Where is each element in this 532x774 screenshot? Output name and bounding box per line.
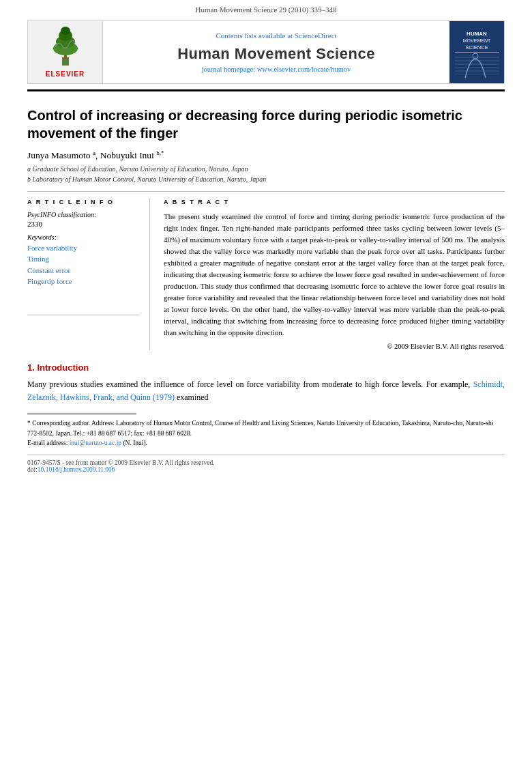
footnote-email-suffix: (N. Inui). <box>123 440 147 446</box>
doi-label: doi: <box>27 466 38 473</box>
doi-link[interactable]: 10.1016/j.humov.2009.11.006 <box>38 466 115 473</box>
article-content: Control of increasing or decreasing forc… <box>0 91 532 473</box>
svg-text:SCIENCE: SCIENCE <box>465 44 488 51</box>
section-divider-top <box>27 191 505 192</box>
article-info-header: A R T I C L E I N F O <box>27 199 140 205</box>
affiliation-a: a Graduate School of Education, Naruto U… <box>27 164 505 174</box>
keywords-label: Keywords: <box>27 233 140 241</box>
author-masumoto: Junya Masumoto a, <box>27 150 100 160</box>
intro-paragraph: Many previous studies examined the influ… <box>27 378 505 404</box>
journal-title: Human Movement Science <box>177 45 375 63</box>
article-title: Control of increasing or decreasing forc… <box>27 106 505 142</box>
hms-logo-box: HUMAN MOVEMENT SCIENCE <box>449 21 504 83</box>
affiliation-b: b Laboratory of Human Motor Control, Nar… <box>27 174 505 184</box>
journal-citation-bar: Human Movement Science 29 (2010) 339–348 <box>0 0 532 16</box>
keyword-3[interactable]: Constant error <box>27 265 140 276</box>
page-container: Human Movement Science 29 (2010) 339–348… <box>0 0 532 473</box>
authors-line: Junya Masumoto a, Nobuyuki Inui b,* <box>27 149 505 161</box>
sciencedirect-line: Contents lists available at ScienceDirec… <box>216 31 336 40</box>
psycinfo-label: PsycINFO classification: <box>27 211 140 218</box>
bottom-bar: 0167-9457/$ - see front matter © 2009 El… <box>27 455 505 473</box>
issn-text: 0167-9457/$ - see front matter © 2009 El… <box>27 459 215 466</box>
abstract-header: A B S T R A C T <box>164 199 505 205</box>
header-center: Contents lists available at ScienceDirec… <box>103 21 449 83</box>
abstract-text: The present study examined the control o… <box>164 211 505 339</box>
two-col-section: A R T I C L E I N F O PsycINFO classific… <box>27 199 505 351</box>
hms-logo-icon: HUMAN MOVEMENT SCIENCE <box>452 23 503 81</box>
keyword-2[interactable]: Timing <box>27 253 140 265</box>
elsevier-logo-box: ELSEVIER <box>28 21 103 83</box>
keyword-4[interactable]: Fingertip force <box>27 276 140 287</box>
footnote-email-address[interactable]: inui@naruto-u.ac.jp <box>70 440 121 446</box>
svg-point-5 <box>61 27 70 35</box>
footnote: * Corresponding author. Address: Laborat… <box>27 418 505 448</box>
footnote-email-label: E-mail address: <box>27 440 68 446</box>
author-inui: Nobuyuki Inui b,* <box>100 150 164 160</box>
svg-text:MOVEMENT: MOVEMENT <box>462 38 490 43</box>
journal-citation-text: Human Movement Science 29 (2010) 339–348 <box>196 5 337 14</box>
psycinfo-value: 2330 <box>27 220 140 228</box>
abstract-column: A B S T R A C T The present study examin… <box>164 199 505 351</box>
journal-header: ELSEVIER Contents lists available at Sci… <box>27 20 505 84</box>
intro-text-before: Many previous studies examined the influ… <box>27 379 470 389</box>
svg-text:HUMAN: HUMAN <box>467 31 487 37</box>
sciencedirect-link[interactable]: ScienceDirect <box>295 31 337 40</box>
intro-section-title: 1. Introduction <box>27 362 505 373</box>
copyright-line: © 2009 Elsevier B.V. All rights reserved… <box>164 343 505 350</box>
article-info-column: A R T I C L E I N F O PsycINFO classific… <box>27 199 150 351</box>
info-col-bottom-divider <box>27 315 140 315</box>
keyword-1[interactable]: Force variability <box>27 242 140 254</box>
elsevier-tree-icon <box>42 27 89 68</box>
footnote-divider <box>27 414 136 414</box>
intro-text-after: examined <box>177 392 209 402</box>
journal-homepage: journal homepage: www.elsevier.com/locat… <box>202 66 351 73</box>
footnote-star-note: * Corresponding author. Address: Laborat… <box>27 420 493 436</box>
homepage-url[interactable]: www.elsevier.com/locate/humov <box>257 66 351 73</box>
elsevier-label: ELSEVIER <box>46 70 85 78</box>
introduction-section: 1. Introduction Many previous studies ex… <box>27 362 505 404</box>
svg-rect-10 <box>455 52 499 53</box>
affiliations: a Graduate School of Education, Naruto U… <box>27 164 505 184</box>
